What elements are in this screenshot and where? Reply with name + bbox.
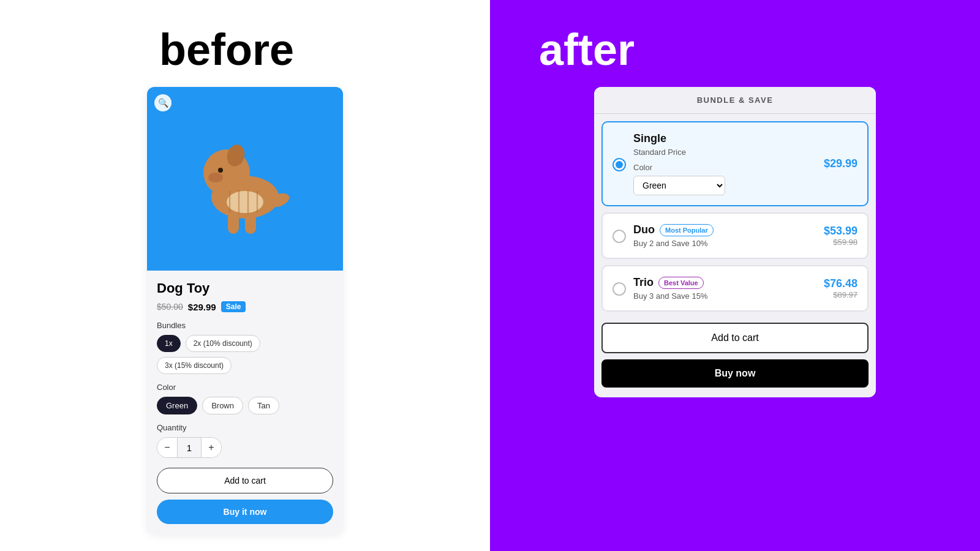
option-title-row-duo: Duo Most Popular [633,223,824,236]
widget-actions: Add to cart Buy now [594,323,876,388]
quantity-value: 1 [177,438,202,457]
option-desc-duo: Buy 2 and Save 10% [633,239,824,248]
after-heading: after [539,24,635,75]
bundle-option-trio[interactable]: Trio Best Value Buy 3 and Save 15% $76.4… [601,265,869,312]
sale-price: $29.99 [188,302,216,312]
option-title-single: Single [633,132,666,145]
product-image [184,111,306,246]
bundle-header: BUNDLE & SAVE [594,87,876,114]
product-card: 🔍 [147,87,343,534]
original-price: $50.00 [157,302,183,312]
bundles-label: Bundles [157,321,333,330]
color-btn-tan[interactable]: Tan [248,397,279,414]
bundle-option-single[interactable]: Single Standard Price Color Green Brown … [601,121,869,206]
add-to-cart-button[interactable]: Add to cart [157,468,333,493]
option-desc-trio: Buy 3 and Save 15% [633,291,824,301]
option-title-duo: Duo [633,223,655,236]
svg-point-6 [208,173,223,182]
radio-trio[interactable] [612,282,626,296]
option-price-col-single: $29.99 [824,157,858,170]
bundles-row: 1x 2x (10% discount) 3x (15% discount) [157,335,333,374]
option-title-row-single: Single [633,132,824,145]
option-row-trio: Trio Best Value Buy 3 and Save 15% $76.4… [612,276,858,301]
option-original-price-duo: $59.98 [833,238,858,247]
quantity-row: − 1 + [157,437,333,458]
bundle-btn-3x[interactable]: 3x (15% discount) [157,357,232,374]
option-desc-single: Standard Price [633,148,824,157]
price-row: $50.00 $29.99 Sale [157,301,333,312]
product-name: Dog Toy [157,280,333,296]
color-section-label: Color [633,163,824,172]
product-image-container: 🔍 [147,87,343,271]
bundle-btn-2x[interactable]: 2x (10% discount) [186,335,260,352]
option-price-col-duo: $53.99 $59.98 [824,225,858,247]
color-btn-brown[interactable]: Brown [202,397,243,414]
color-label: Color [157,383,333,392]
color-row: Green Brown Tan [157,397,333,414]
option-price-trio: $76.48 [824,277,858,290]
after-panel: after BUNDLE & SAVE Single Standard Pric… [490,0,980,551]
option-content-duo: Duo Most Popular Buy 2 and Save 10% [633,223,824,248]
quantity-decrease[interactable]: − [157,438,177,457]
option-title-trio: Trio [633,276,654,289]
before-heading: before [159,24,294,75]
option-price-single: $29.99 [824,157,858,170]
option-row-single: Single Standard Price Color Green Brown … [612,132,858,195]
radio-duo[interactable] [612,230,626,243]
color-btn-green[interactable]: Green [157,397,197,414]
bundle-widget: BUNDLE & SAVE Single Standard Price Colo… [594,87,876,397]
quantity-stepper[interactable]: − 1 + [157,437,222,458]
quantity-label: Quantity [157,423,333,432]
bundle-option-duo[interactable]: Duo Most Popular Buy 2 and Save 10% $53.… [601,212,869,259]
option-price-col-trio: $76.48 $89.97 [824,277,858,299]
option-content-single: Single Standard Price Color Green Brown … [633,132,824,195]
sale-badge: Sale [221,301,246,312]
option-original-price-trio: $89.97 [833,290,858,299]
badge-most-popular: Most Popular [660,224,714,236]
bundle-btn-1x[interactable]: 1x [157,335,181,352]
widget-buy-now-button[interactable]: Buy now [601,359,869,388]
before-panel: before 🔍 [0,0,490,551]
quantity-increase[interactable]: + [202,438,221,457]
option-row-duo: Duo Most Popular Buy 2 and Save 10% $53.… [612,223,858,248]
svg-rect-11 [228,212,239,234]
svg-point-5 [218,168,223,173]
product-info: Dog Toy $50.00 $29.99 Sale Bundles 1x 2x… [147,271,343,534]
bundle-options: Single Standard Price Color Green Brown … [594,114,876,319]
badge-best-value: Best Value [658,277,704,289]
option-title-row-trio: Trio Best Value [633,276,824,289]
buy-it-now-button[interactable]: Buy it now [157,500,333,524]
radio-single[interactable] [612,158,626,171]
color-select[interactable]: Green Brown Tan [633,176,725,195]
option-content-trio: Trio Best Value Buy 3 and Save 15% [633,276,824,301]
option-price-duo: $53.99 [824,225,858,238]
zoom-icon[interactable]: 🔍 [154,94,172,111]
widget-add-to-cart-button[interactable]: Add to cart [601,323,869,353]
color-section: Color Green Brown Tan [633,163,824,195]
svg-rect-12 [245,214,256,234]
